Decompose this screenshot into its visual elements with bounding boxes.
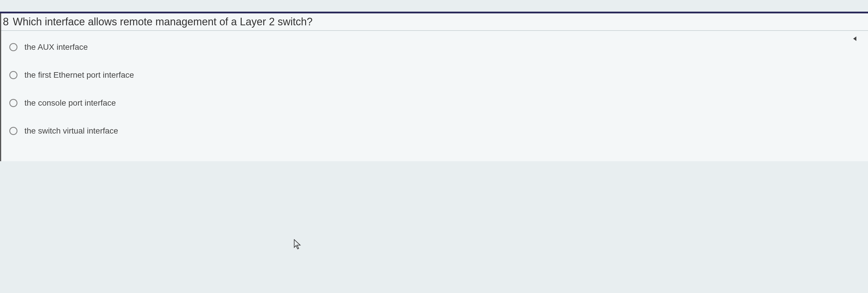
option-label[interactable]: the AUX interface: [25, 42, 88, 52]
question-header: 8 Which interface allows remote manageme…: [1, 13, 868, 31]
question-number: 8: [2, 16, 13, 28]
option-label[interactable]: the first Ethernet port interface: [25, 70, 134, 80]
radio-icon[interactable]: [9, 71, 18, 79]
option-label[interactable]: the console port interface: [25, 98, 116, 108]
collapse-arrow-icon[interactable]: ◂: [853, 33, 856, 43]
question-block: 8 Which interface allows remote manageme…: [0, 13, 868, 161]
options-area: ◂ the AUX interface the first Ethernet p…: [1, 31, 868, 161]
radio-icon[interactable]: [9, 43, 18, 51]
option-row-3[interactable]: the switch virtual interface: [1, 122, 868, 140]
cursor-icon: [294, 239, 301, 250]
option-row-1[interactable]: the first Ethernet port interface: [1, 66, 868, 84]
option-row-0[interactable]: the AUX interface: [1, 38, 868, 56]
option-label[interactable]: the switch virtual interface: [25, 126, 118, 136]
question-text: Which interface allows remote management…: [13, 16, 312, 28]
radio-icon[interactable]: [9, 127, 18, 135]
radio-icon[interactable]: [9, 99, 18, 107]
option-row-2[interactable]: the console port interface: [1, 94, 868, 112]
